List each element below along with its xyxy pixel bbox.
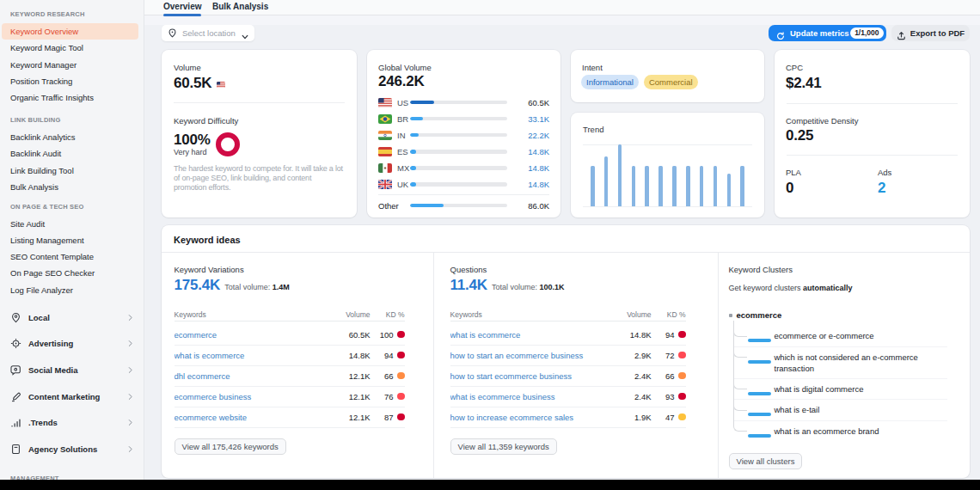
view-all-clusters-button[interactable]: View all clusters	[729, 453, 803, 469]
country-volume-value[interactable]: 14.8K	[513, 147, 549, 156]
country-volume-value[interactable]: 14.8K	[513, 180, 549, 189]
sidebar-tool-item[interactable]: Content Marketing	[0, 383, 144, 410]
kd-cell: 94	[371, 351, 405, 360]
volume-bar-fill	[410, 133, 419, 138]
kd-cell: 87	[371, 413, 405, 422]
keyword-variations-count[interactable]: 175.4K	[175, 276, 221, 295]
sidebar-item[interactable]: Link Building Tool	[2, 162, 138, 179]
cluster-keyword[interactable]: what is e-tail	[775, 404, 820, 416]
sidebar-item[interactable]: Backlink Analytics	[2, 129, 138, 145]
sidebar-tool-icon	[10, 338, 21, 349]
intent-badge[interactable]: Commercial	[644, 75, 698, 89]
sidebar-tool-item[interactable]: Local	[0, 304, 144, 331]
sidebar-item[interactable]: Keyword Manager	[2, 57, 138, 73]
intent-badge[interactable]: Informational	[581, 75, 639, 89]
sidebar-tool-icon	[10, 391, 21, 402]
country-volume-value[interactable]: 14.8K	[513, 163, 549, 173]
sidebar-item[interactable]: Listing Management	[2, 232, 138, 248]
tab-bar: Overview Bulk Analysis	[144, 0, 980, 15]
cluster-item: what is e-tail	[733, 400, 947, 421]
sidebar-tool-item[interactable]: Social Media	[0, 357, 144, 383]
select-location-dropdown[interactable]: Select location	[162, 25, 254, 41]
keyword-link[interactable]: how to increase ecommerce sales	[450, 413, 600, 422]
kd-dot	[397, 393, 405, 401]
toolbar-band	[144, 15, 980, 25]
sidebar-item[interactable]: Position Tracking	[2, 73, 138, 89]
view-all-questions-button[interactable]: View all 11,359 keywords	[450, 438, 557, 455]
competitive-density-label: Competitive Density	[786, 115, 858, 126]
cluster-keyword[interactable]: what is digital commerce	[775, 383, 864, 395]
country-code: BR	[397, 114, 410, 124]
country-volume-value[interactable]: 22.2K	[513, 131, 549, 140]
trend-bar	[591, 166, 595, 206]
keyword-link[interactable]: ecommerce	[175, 330, 319, 340]
kd-dot	[397, 331, 405, 339]
export-to-pdf-button[interactable]: Export to PDF	[891, 25, 970, 41]
sidebar-item[interactable]: SEO Content Template	[2, 248, 138, 265]
kd-cell: 66	[371, 371, 405, 381]
update-metrics-button[interactable]: Update metrics 1/1,000	[769, 25, 886, 41]
chevron-right-icon	[126, 340, 134, 347]
questions-total: Total volume: 100.1K	[492, 283, 565, 291]
trend-bar	[700, 166, 704, 206]
keyword-link[interactable]: how to start ecommerce business	[450, 371, 600, 381]
volume-bar-track	[410, 133, 507, 138]
sidebar-tool-item[interactable]: Advertising	[0, 331, 144, 358]
trend-bar	[645, 166, 649, 206]
sidebar-item[interactable]: Log File Analyzer	[2, 282, 138, 298]
keyword-link[interactable]: what is ecommerce business	[450, 392, 600, 401]
sidebar-item[interactable]: Keyword Magic Tool	[2, 40, 138, 56]
kd-dot	[397, 372, 405, 380]
sidebar-section-header-management: MANAGEMENT	[10, 474, 59, 481]
country-flag-icon	[378, 180, 392, 189]
table-row: dhl ecommerce 12.1K 66	[175, 366, 405, 387]
keyword-variations-total: Total volume: 1.4M	[224, 283, 290, 291]
keyword-link[interactable]: what is ecommerce	[175, 351, 319, 360]
table-row: ecommerce business 12.1K 76	[175, 387, 405, 407]
sidebar-item[interactable]: Backlink Audit	[2, 145, 138, 162]
volume-label: Volume	[174, 62, 201, 73]
country-volume-value[interactable]: 60.5K	[513, 98, 549, 107]
sidebar-item[interactable]: Organic Traffic Insights	[2, 89, 138, 106]
tab[interactable]: Overview	[163, 0, 201, 15]
trend-bar	[714, 166, 718, 206]
trend-bar	[658, 166, 663, 206]
sidebar-section-header: ON PAGE & TECH SEO	[10, 202, 144, 212]
keyword-link[interactable]: what is ecommerce	[450, 330, 600, 340]
update-quota-badge: 1/1,000	[850, 28, 883, 39]
keyword-link[interactable]: ecommerce business	[175, 392, 319, 401]
sidebar-section: ON PAGE & TECH SEO Site Audit Listing Ma…	[0, 202, 144, 298]
keyword-link[interactable]: ecommerce website	[175, 413, 319, 422]
sidebar-tool-item[interactable]: .Trends	[0, 409, 144, 436]
global-volume-value: 246.2K	[378, 72, 425, 91]
cluster-keyword[interactable]: what is an ecommerce brand	[775, 426, 879, 438]
cluster-keyword[interactable]: ecommerce or e-commerce	[775, 330, 874, 342]
cluster-keyword[interactable]: which is not considered an e-commerce tr…	[775, 352, 934, 375]
competitive-density-value: 0.25	[786, 126, 813, 145]
tab[interactable]: Bulk Analysis	[212, 0, 268, 15]
sidebar-item[interactable]: Bulk Analysis	[2, 179, 138, 195]
keyword-link[interactable]: how to start an ecommerce business	[450, 351, 600, 360]
sidebar-tool-item[interactable]: Agency Solutions	[0, 436, 144, 462]
volume-bar-fill	[410, 166, 416, 170]
keyword-ideas-card: Keyword ideas Keyword Variations 175.4K …	[162, 225, 970, 478]
sidebar-item[interactable]: Keyword Overview	[2, 23, 138, 40]
volume-bar-fill	[410, 101, 434, 105]
volume-bar-fill	[410, 182, 416, 187]
sidebar-tool-icon	[10, 364, 21, 376]
questions-count[interactable]: 11.4K	[450, 276, 487, 295]
chevron-right-icon	[126, 419, 134, 426]
sidebar-item[interactable]: Site Audit	[2, 216, 138, 232]
country-volume-value[interactable]: 33.1K	[513, 114, 549, 124]
cluster-root-label: ecommerce	[737, 310, 782, 320]
questions-column: Questions 11.4K Total volume: 100.1K Key…	[433, 253, 718, 478]
sidebar-item[interactable]: On Page SEO Checker	[2, 265, 138, 281]
country-volume-row: IN 22.2K	[378, 127, 549, 144]
table-row: ecommerce 60.5K 100	[175, 325, 405, 346]
trend-bar	[672, 166, 677, 206]
kd-cell: 100	[371, 330, 405, 340]
keyword-link[interactable]: dhl ecommerce	[175, 371, 319, 381]
pla-label: PLA	[786, 167, 801, 178]
view-all-variations-button[interactable]: View all 175,426 keywords	[175, 438, 286, 455]
volume-bar-track	[410, 182, 507, 187]
